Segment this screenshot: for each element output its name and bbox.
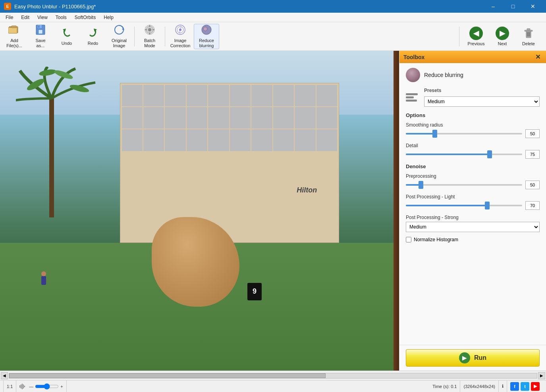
window-cell — [143, 129, 164, 151]
zoom-slider[interactable] — [35, 384, 59, 389]
toolbox-title: Toolbox — [403, 54, 424, 60]
post-strong-select[interactable]: Low Medium High — [406, 222, 540, 232]
post-light-label: Post Processing - Light — [406, 194, 540, 200]
scroll-right-arrow[interactable]: ▶ — [538, 372, 545, 379]
toolbar-sep-2 — [165, 27, 165, 46]
window-cell — [208, 107, 229, 129]
detail-slider-container[interactable] — [406, 150, 522, 158]
original-image-button[interactable]: Original Image — [106, 24, 132, 49]
svg-rect-36 — [21, 384, 21, 388]
detail-value[interactable]: 75 — [525, 150, 540, 159]
detail-thumb[interactable] — [487, 150, 492, 158]
scroll-left-arrow[interactable]: ◀ — [1, 372, 8, 379]
youtube-button[interactable]: ▶ — [531, 382, 540, 391]
delete-icon — [522, 27, 535, 40]
smoothing-thumb[interactable] — [432, 130, 437, 138]
menu-tools[interactable]: Tools — [52, 14, 71, 21]
window-cell — [273, 129, 294, 151]
presets-select[interactable]: Low Medium High Custom — [424, 96, 540, 107]
info-icon-area: ℹ — [499, 380, 507, 392]
window-cell — [187, 107, 207, 129]
toolbox-header: Toolbox ✕ — [399, 51, 546, 63]
undo-label: Undo — [62, 41, 72, 46]
presets-icon — [406, 92, 420, 103]
facebook-button[interactable]: f — [510, 382, 519, 391]
image-correction-label: Image Correction — [170, 38, 191, 48]
smoothing-track — [406, 133, 522, 135]
app-icon: E — [4, 3, 11, 10]
menu-view[interactable]: View — [33, 14, 52, 21]
windows-grid — [120, 83, 339, 242]
reduce-blurring-label: Reduce blurring — [199, 38, 214, 48]
options-header: Options — [406, 112, 540, 118]
status-bar: 1:1 — + Time (s): 0.1 (3264x2448x24) ℹ f… — [0, 380, 546, 392]
reduce-blurring-button[interactable]: Reduce blurring — [194, 24, 219, 49]
window-cell — [316, 129, 337, 151]
window-cell — [187, 85, 207, 106]
minimize-button[interactable]: – — [484, 0, 502, 13]
next-icon: ▶ — [496, 27, 509, 40]
window-cell — [208, 129, 229, 151]
tool-icon — [406, 68, 420, 82]
scroll-thumb[interactable] — [9, 373, 326, 378]
twitter-button[interactable]: t — [521, 382, 529, 391]
menu-bar: File Edit View Tools SoftOrbits Help — [0, 13, 546, 22]
image-correction-icon — [175, 24, 186, 37]
normalize-checkbox[interactable] — [406, 237, 411, 242]
redo-button[interactable]: Redo — [80, 24, 106, 49]
previous-button[interactable]: ◀ Previous — [463, 24, 489, 49]
menu-file[interactable]: File — [2, 14, 17, 21]
preset-line-1 — [406, 93, 418, 95]
image-correction-button[interactable]: Image Correction — [168, 24, 193, 49]
redo-icon — [87, 27, 98, 40]
marker-sign: 9 — [247, 283, 262, 300]
info-icon[interactable]: ℹ — [502, 384, 504, 389]
svg-point-21 — [179, 29, 181, 31]
smoothing-slider-container[interactable] — [406, 130, 522, 138]
save-as-button[interactable]: Save as... — [28, 24, 53, 49]
window-cell — [122, 85, 143, 106]
preprocessing-value[interactable]: 50 — [525, 181, 540, 189]
batch-mode-button[interactable]: Batch Mode — [137, 24, 162, 49]
window-cell — [165, 107, 185, 129]
menu-softorbits[interactable]: SoftOrbits — [71, 14, 100, 21]
image-area: Hilton — [0, 51, 399, 371]
svg-rect-35 — [19, 385, 20, 388]
palm-svg — [16, 67, 103, 225]
svg-rect-6 — [39, 30, 42, 34]
run-button[interactable]: ▶ Run — [406, 349, 540, 367]
svg-point-14 — [148, 28, 151, 31]
window-cell — [251, 107, 272, 129]
preprocessing-slider-container[interactable] — [406, 181, 522, 189]
preprocessing-thumb[interactable] — [419, 181, 423, 189]
post-light-value[interactable]: 70 — [525, 201, 540, 210]
svg-rect-3 — [12, 26, 16, 28]
toolbox-close-button[interactable]: ✕ — [534, 53, 542, 61]
smoothing-value[interactable]: 50 — [525, 129, 540, 138]
next-button[interactable]: ▶ Next — [490, 24, 515, 49]
close-button[interactable]: ✕ — [524, 0, 542, 13]
title-left: E Easy Photo Unblur - P1100665.jpg* — [4, 3, 96, 10]
save-as-label: Save as... — [35, 38, 45, 48]
time-status: Time (s): 0.1 — [429, 380, 460, 392]
window-cell — [295, 129, 315, 151]
undo-icon — [61, 27, 72, 40]
nav-area: ◀ Previous ▶ Next Delete — [459, 24, 544, 49]
zoom-level: 1:1 — [3, 380, 16, 392]
normalize-label[interactable]: Normalize Histogram — [414, 237, 458, 242]
add-files-button[interactable]: Add File(s)... — [2, 24, 27, 49]
maximize-button[interactable]: □ — [504, 0, 522, 13]
delete-button[interactable]: Delete — [516, 24, 541, 49]
menu-edit[interactable]: Edit — [17, 14, 33, 21]
menu-help[interactable]: Help — [100, 14, 118, 21]
zoom-icon — [19, 384, 27, 389]
preprocessing-track — [406, 184, 522, 186]
tool-name-row: Reduce blurring — [406, 68, 540, 82]
scroll-track[interactable] — [9, 373, 537, 379]
post-light-thumb[interactable] — [485, 202, 490, 209]
window-cell — [165, 129, 185, 151]
post-light-slider-row: 70 — [406, 201, 540, 210]
undo-button[interactable]: Undo — [54, 24, 79, 49]
preset-line-2 — [406, 96, 414, 98]
post-light-slider-container[interactable] — [406, 202, 522, 209]
